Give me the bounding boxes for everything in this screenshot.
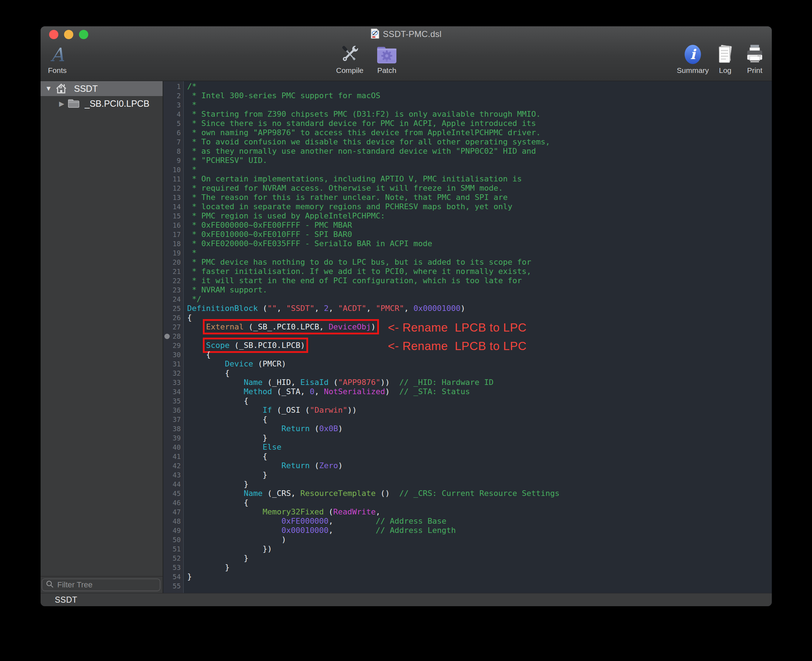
- code-line: 39 }: [163, 433, 772, 442]
- filter-tree-input[interactable]: [57, 580, 157, 590]
- line-number: 17: [163, 230, 183, 239]
- disclosure-closed-icon[interactable]: ▶: [59, 100, 64, 108]
- line-number: 54: [163, 572, 183, 581]
- traffic-lights: [49, 30, 88, 39]
- code-line: 3 *: [163, 100, 772, 110]
- line-number: 5: [163, 119, 183, 128]
- line-number: 13: [163, 193, 183, 202]
- code-line: 20 * PMC device has nothing to do to LPC…: [163, 257, 772, 267]
- code-line: 53 }: [163, 563, 772, 572]
- code-line: 9 * "PCHRESV" UID.: [163, 156, 772, 165]
- code-line: 24 */: [163, 295, 772, 304]
- code-line: 5 * Since there is no standard device fo…: [163, 119, 772, 128]
- sidebar: ▼ SSDT ▶ _SB.PCI0.LP: [41, 81, 163, 593]
- line-number: 6: [163, 128, 183, 137]
- code-line: 23 * NVRAM support.: [163, 285, 772, 295]
- toolbar-patch-button[interactable]: Patch: [364, 43, 410, 75]
- line-number: 40: [163, 442, 183, 452]
- line-number: 32: [163, 369, 183, 378]
- line-number: 34: [163, 387, 183, 396]
- disclosure-open-icon[interactable]: ▼: [45, 85, 52, 93]
- line-number: 45: [163, 489, 183, 498]
- line-number: 10: [163, 165, 183, 174]
- line-number: 46: [163, 498, 183, 507]
- line-number: 41: [163, 452, 183, 461]
- code-line: 6 * own naming "APP9876" to access this …: [163, 128, 772, 137]
- document-icon: [371, 29, 379, 40]
- titlebar[interactable]: SSDT-PMC.dsl: [41, 26, 772, 42]
- home-icon: [56, 84, 67, 96]
- line-number: 27: [163, 323, 183, 332]
- code-line: 31 Device (PMCR): [163, 359, 772, 369]
- line-number: 12: [163, 184, 183, 193]
- sidebar-item-label: SSDT: [74, 84, 98, 94]
- code-area: 1/*2 * Intel 300-series PMC support for …: [163, 82, 772, 591]
- code-line: 36 If (_OSI ("Darwin")): [163, 406, 772, 415]
- title-group: SSDT-PMC.dsl: [371, 29, 441, 40]
- code-line: 45 Name (_CRS, ResourceTemplate () // _C…: [163, 489, 772, 498]
- line-number: 23: [163, 285, 183, 295]
- line-number: 8: [163, 147, 183, 156]
- window-header: SSDT-PMC.dsl A Fonts: [41, 26, 772, 81]
- line-number: 11: [163, 174, 183, 184]
- line-number: 42: [163, 461, 183, 470]
- line-number: 33: [163, 378, 183, 387]
- line-number: 51: [163, 544, 183, 554]
- line-number: 37: [163, 415, 183, 424]
- code-line: 18 * 0xFE020000~0xFE035FFF - SerialIo BA…: [163, 239, 772, 248]
- line-number: 9: [163, 156, 183, 165]
- line-number: 44: [163, 479, 183, 489]
- code-line: 43 }: [163, 470, 772, 479]
- code-line: 16 * 0xFE000000~0xFE00FFFF - PMC MBAR: [163, 220, 772, 230]
- line-number: 3: [163, 100, 183, 110]
- line-number: 38: [163, 424, 183, 433]
- code-line: 11 * On certain implementations, includi…: [163, 174, 772, 184]
- line-number: 26: [163, 313, 183, 323]
- line-number: 2: [163, 91, 183, 100]
- line-number: 29: [163, 341, 183, 350]
- code-line: 7 * To avoid confusion we disable this d…: [163, 137, 772, 147]
- code-line: 12 * required for NVRAM access. Otherwis…: [163, 184, 772, 193]
- sidebar-item-ssdt[interactable]: ▼ SSDT: [41, 81, 163, 96]
- filter-tree-field[interactable]: [42, 578, 160, 591]
- code-line: 19 *: [163, 248, 772, 257]
- line-number: 25: [163, 304, 183, 313]
- code-line: 25DefinitionBlock ("", "SSDT", 2, "ACDT"…: [163, 304, 772, 313]
- line-number: 30: [163, 350, 183, 359]
- window-title: SSDT-PMC.dsl: [383, 29, 441, 39]
- folder-icon: [68, 99, 80, 110]
- line-number: 31: [163, 359, 183, 369]
- line-number: 16: [163, 220, 183, 230]
- line-number: 22: [163, 276, 183, 285]
- search-icon: [46, 580, 54, 589]
- line-number: 24: [163, 295, 183, 304]
- highlight-box: Scope (_SB.PCI0.LPCB): [206, 341, 305, 350]
- zoom-button[interactable]: [79, 30, 88, 39]
- line-number: 35: [163, 396, 183, 406]
- minimize-button[interactable]: [64, 30, 73, 39]
- toolbar-fonts-button[interactable]: A Fonts: [41, 43, 80, 75]
- line-number: 21: [163, 267, 183, 276]
- code-line: 46 {: [163, 498, 772, 507]
- desktop: { "window": { "title": "SSDT-PMC.dsl" },…: [0, 0, 812, 661]
- line-number: 20: [163, 257, 183, 267]
- toolbar-print-button[interactable]: Print: [732, 43, 772, 75]
- line-number: 43: [163, 470, 183, 479]
- code-line: 47 Memory32Fixed (ReadWrite,: [163, 507, 772, 517]
- code-editor[interactable]: 1/*2 * Intel 300-series PMC support for …: [163, 81, 772, 593]
- code-line: 49 0x00010000, // Address Length: [163, 526, 772, 535]
- code-line: 44 }: [163, 479, 772, 489]
- line-number: 7: [163, 137, 183, 147]
- code-line: 17 * 0xFE010000~0xFE010FFF - SPI BAR0: [163, 230, 772, 239]
- code-line: 29 Scope (_SB.PCI0.LPCB)<- Rename LPCB t…: [163, 341, 772, 350]
- code-line: 14 * located in separate memory regions …: [163, 202, 772, 211]
- sidebar-item-sb-pci0-lpcb[interactable]: ▶ _SB.PCI0.LPCB: [41, 96, 163, 111]
- line-number: 18: [163, 239, 183, 248]
- line-number: 1: [163, 82, 183, 91]
- code-line: 22 * it will start in the end of PCI con…: [163, 276, 772, 285]
- line-number: 50: [163, 535, 183, 544]
- code-line: 50 ): [163, 535, 772, 544]
- close-button[interactable]: [49, 30, 58, 39]
- line-number: 49: [163, 526, 183, 535]
- code-line: 52 }: [163, 554, 772, 563]
